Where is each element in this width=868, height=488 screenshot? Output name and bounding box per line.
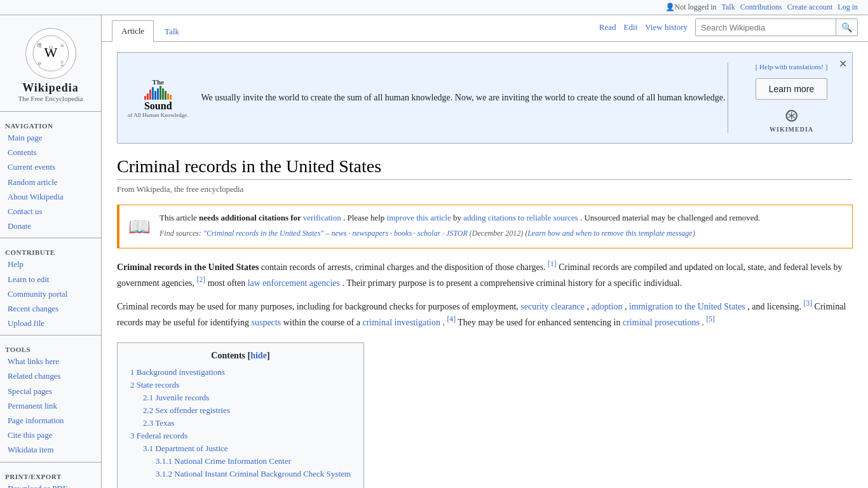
talk-link[interactable]: Talk — [722, 3, 735, 12]
tab-bar: Article Talk Read Edit View history 🔍 — [102, 15, 868, 42]
toc-link-3-1[interactable]: 3.1 Department of Justice — [143, 444, 228, 453]
sidebar-item-download-pdf[interactable]: Download as PDF — [0, 482, 101, 488]
find-sources-jstor-link[interactable]: JSTOR — [446, 229, 468, 238]
citation-box: 📖 This article needs additional citation… — [117, 205, 853, 248]
find-sources-news-link[interactable]: news — [331, 229, 346, 238]
adoption-link[interactable]: adoption — [591, 302, 622, 311]
tab-actions: Read Edit View history 🔍 — [599, 18, 858, 41]
sidebar-item-help[interactable]: Help — [0, 257, 101, 272]
citation-text: This article needs additional citations … — [159, 212, 843, 240]
ref-1[interactable]: [1] — [548, 260, 557, 268]
view-history-link[interactable]: View history — [645, 22, 688, 32]
wikimedia-logo: ⊛ WIKIMEDIA — [770, 105, 813, 133]
search-button[interactable]: 🔍 — [836, 18, 857, 36]
find-sources-scholar-link[interactable]: scholar — [417, 229, 440, 238]
toc-link-2-1[interactable]: 2.1 Juvenile records — [143, 393, 209, 402]
sidebar-item-main-page[interactable]: Main page — [0, 131, 101, 146]
sidebar-item-about-wikipedia[interactable]: About Wikipedia — [0, 190, 101, 205]
search-box: 🔍 — [695, 18, 858, 36]
contribute-section-header: Contribute — [0, 242, 101, 257]
toc-item-2-2: 2.2 Sex offender registries — [130, 404, 351, 417]
sidebar-item-learn-to-edit[interactable]: Learn to edit — [0, 273, 101, 287]
toc-link-3-1-1[interactable]: 3.1.1 National Crime Information Center — [156, 456, 291, 466]
toc-item-3: 3 Federal records — [130, 430, 351, 442]
sidebar-item-what-links-here[interactable]: What links here — [0, 355, 101, 369]
learn-how-link[interactable]: Learn how and when to remove this templa… — [527, 229, 693, 238]
svg-text:Ω: Ω — [49, 45, 53, 51]
citation-verification-link[interactable]: verification — [303, 213, 341, 222]
tools-section-header: Tools — [0, 339, 101, 355]
sidebar-item-page-information[interactable]: Page information — [0, 414, 101, 428]
find-sources-newspapers-link[interactable]: newspapers — [352, 229, 388, 238]
citation-icon: 📖 — [128, 213, 151, 241]
ref-2[interactable]: [2] — [197, 276, 206, 284]
svg-text:维: 维 — [37, 43, 42, 48]
ref-4[interactable]: [4] — [447, 315, 456, 323]
toc-link-2[interactable]: 2 State records — [130, 380, 179, 390]
sidebar-item-random-article[interactable]: Random article — [0, 175, 101, 190]
toc-link-3[interactable]: 3 Federal records — [130, 431, 187, 440]
toc-link-2-2[interactable]: 2.2 Sex offender registries — [143, 405, 230, 415]
learn-more-button[interactable]: Learn more — [756, 78, 828, 100]
banner-left: The — [128, 78, 728, 118]
search-input[interactable] — [696, 23, 836, 32]
sidebar-item-current-events[interactable]: Current events — [0, 160, 101, 175]
log-in-link[interactable]: Log in — [837, 3, 858, 12]
toc-item-2-3: 2.3 Texas — [130, 417, 351, 430]
article-intro-paragraph: Criminal records in the United States co… — [117, 259, 853, 290]
ref-3[interactable]: [3] — [803, 299, 812, 308]
sidebar-item-community-portal[interactable]: Community portal — [0, 287, 101, 302]
immigration-link[interactable]: immigration to the United States — [629, 302, 745, 311]
citation-adding-citations-link[interactable]: adding citations to reliable sources — [463, 213, 578, 222]
layout: W Ω 维 и ψ ∑ Wikipedia The Free Encyclope… — [0, 15, 868, 488]
toc-link-2-3[interactable]: 2.3 Texas — [143, 418, 174, 428]
top-bar: 👤 Not logged in Talk Contributions Creat… — [0, 0, 868, 15]
sidebar-item-contact-us[interactable]: Contact us — [0, 205, 101, 219]
toc-link-3-1-2[interactable]: 3.1.2 National Instant Criminal Backgrou… — [156, 469, 351, 478]
toc-item-2-1: 2.1 Juvenile records — [130, 391, 351, 404]
criminal-prosecutions-link[interactable]: criminal prosecutions — [623, 318, 700, 327]
citation-improve-link[interactable]: improve this article — [387, 213, 451, 222]
citation-main-text: This article needs additional citations … — [159, 212, 843, 225]
citation-needs-bold: needs additional citations for — [199, 213, 303, 222]
law-enforcement-link[interactable]: law enforcement agencies — [248, 278, 340, 288]
find-sources-books-link[interactable]: books — [394, 229, 412, 238]
help-translation-link[interactable]: [ Help with translations! ] — [756, 63, 828, 71]
svg-text:ψ: ψ — [37, 60, 41, 66]
toc-link-1[interactable]: 1 Background investigations — [130, 367, 225, 377]
criminal-investigation-link[interactable]: criminal investigation — [362, 318, 440, 327]
sidebar-item-related-changes[interactable]: Related changes — [0, 369, 101, 384]
contents-list: 1 Background investigations 2 State reco… — [130, 366, 351, 480]
user-icon: 👤 — [665, 3, 675, 12]
contributions-link[interactable]: Contributions — [740, 3, 782, 12]
main-content: Article Talk Read Edit View history 🔍 Th… — [102, 15, 868, 488]
security-clearance-link[interactable]: security clearance — [520, 302, 585, 311]
read-link[interactable]: Read — [599, 22, 616, 32]
contents-box: Contents [hide] 1 Background investigati… — [117, 342, 364, 488]
sidebar-item-recent-changes[interactable]: Recent changes — [0, 302, 101, 316]
create-account-link[interactable]: Create account — [787, 3, 833, 12]
sidebar-item-contents[interactable]: Contents — [0, 146, 101, 160]
toc-item-3-1: 3.1 Department of Justice — [130, 442, 351, 455]
article-subject-bold: Criminal records in the United States — [117, 262, 259, 271]
sidebar-item-donate[interactable]: Donate — [0, 219, 101, 234]
contents-hide-link[interactable]: hide — [250, 351, 267, 360]
sidebar-item-permanent-link[interactable]: Permanent link — [0, 399, 101, 414]
print-section-header: Print/export — [0, 466, 101, 482]
edit-link[interactable]: Edit — [624, 22, 638, 32]
page-subtitle: From Wikipedia, the free encyclopedia — [117, 185, 853, 194]
sidebar-item-upload-file[interactable]: Upload file — [0, 316, 101, 331]
sidebar-item-wikidata-item[interactable]: Wikidata item — [0, 443, 101, 458]
tab-article[interactable]: Article — [112, 20, 154, 42]
ref-5[interactable]: [5] — [706, 315, 715, 323]
toc-item-1: 1 Background investigations — [130, 366, 351, 379]
banner-close-button[interactable]: ✕ — [839, 58, 847, 70]
wikimedia-banner: The — [117, 52, 853, 144]
sidebar-item-special-pages[interactable]: Special pages — [0, 384, 101, 399]
find-sources-query-link[interactable]: "Criminal records in the United States" — [203, 229, 324, 238]
logo-title: Wikipedia — [22, 81, 79, 95]
tab-talk[interactable]: Talk — [155, 21, 189, 42]
svg-text:∑: ∑ — [60, 60, 64, 66]
sidebar-item-cite-this-page[interactable]: Cite this page — [0, 428, 101, 443]
suspects-link[interactable]: suspects — [252, 318, 281, 327]
